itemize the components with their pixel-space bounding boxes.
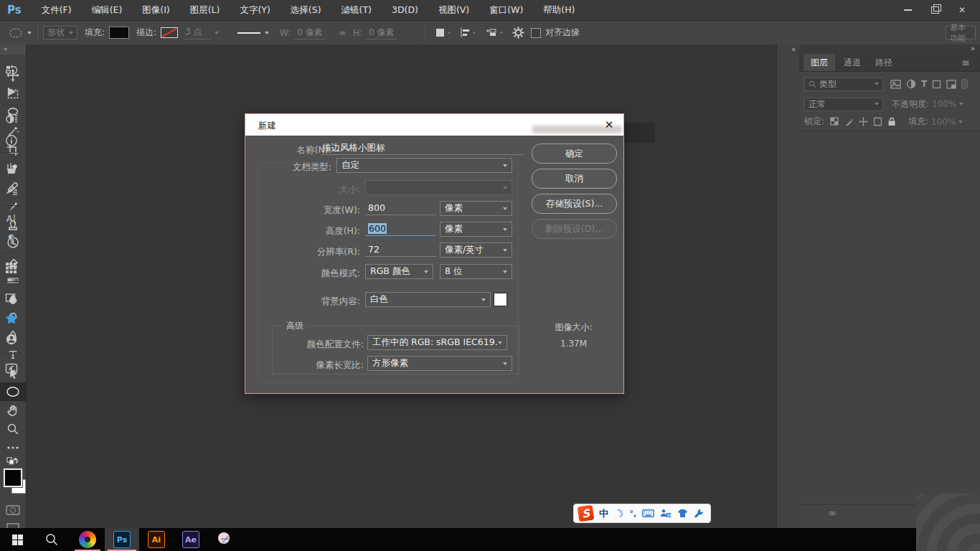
profile-dropdown[interactable]: 工作中的 RGB: sRGB IEC619... [367, 335, 507, 350]
taskbar-search-button[interactable] [34, 528, 69, 551]
stroke-width-combo[interactable]: 3 点 [184, 21, 219, 44]
collapse-panels-button[interactable]: » [799, 44, 980, 54]
align-edges-checkbox[interactable] [531, 21, 541, 44]
ime-soft-keyboard-icon[interactable] [642, 509, 654, 517]
background-color-swatch-dialog[interactable] [494, 293, 507, 306]
menu-select[interactable]: 选择(S) [281, 0, 331, 20]
filter-pixel-layers-icon[interactable] [890, 80, 901, 89]
shape-height-field[interactable]: H: 0 像素 [353, 21, 397, 44]
tab-paths[interactable]: 路径 [868, 54, 900, 71]
taskbar-snip-button[interactable]: ✂ [208, 528, 242, 551]
menu-3d[interactable]: 3D(D) [382, 0, 428, 20]
glyphs-panel-button[interactable] [0, 258, 22, 278]
start-button[interactable] [0, 528, 34, 551]
ime-settings-wrench-icon[interactable] [694, 509, 704, 519]
lock-transparency-icon[interactable] [830, 117, 839, 126]
menu-edit[interactable]: 编辑(E) [82, 0, 133, 20]
taskbar-illustrator-button[interactable]: Ai [139, 528, 174, 551]
tab-channels[interactable]: 通道 [837, 54, 868, 71]
aspect-dropdown[interactable]: 方形像素 [367, 356, 512, 371]
stroke-style-dropdown[interactable] [237, 21, 269, 44]
menu-filter[interactable]: 滤镜(T) [331, 0, 382, 20]
filter-shape-layers-icon[interactable] [932, 80, 941, 89]
ime-fullhalf-moon-icon[interactable]: ☽ [612, 506, 626, 522]
height-unit-dropdown[interactable]: 像素 [440, 222, 512, 237]
filter-kind-dropdown[interactable]: 类型 [804, 77, 883, 91]
save-preset-button[interactable]: 存储预设(S)... [532, 194, 617, 214]
resolution-input[interactable]: 72 [365, 243, 436, 257]
expand-panels-button[interactable]: « [777, 44, 799, 55]
tool-mode-dropdown[interactable]: 形状 [43, 21, 77, 44]
stroke-swatch[interactable] [161, 21, 178, 44]
paragraph-panel-button[interactable]: ¶ [0, 230, 22, 250]
menu-layer[interactable]: 图层(L) [180, 0, 230, 20]
filter-toggle[interactable] [961, 79, 968, 89]
adjustments-panel-button[interactable] [0, 109, 22, 129]
tool-preset-picker[interactable] [9, 21, 32, 44]
filter-adjustment-layers-icon[interactable] [906, 79, 916, 89]
menu-image[interactable]: 图像(I) [132, 0, 179, 20]
tool-zoom[interactable] [0, 420, 26, 438]
bit-depth-dropdown[interactable]: 8 位 [440, 264, 512, 279]
taskbar-aftereffects-button[interactable]: Ae [174, 528, 208, 551]
menu-file[interactable]: 文件(F) [32, 0, 82, 20]
blend-mode-dropdown[interactable]: 正常 [804, 98, 883, 111]
filter-type-layers-icon[interactable]: T [921, 79, 927, 89]
panel-menu-icon[interactable]: ≡ [954, 54, 977, 71]
tool-hand[interactable] [0, 401, 26, 420]
lock-position-icon[interactable] [859, 117, 868, 126]
menu-type[interactable]: 文字(Y) [230, 0, 280, 20]
sogou-logo[interactable]: S [578, 505, 595, 522]
character-panel-button[interactable]: A| [0, 208, 22, 228]
ime-skin-icon[interactable] [677, 509, 688, 518]
background-dropdown[interactable]: 白色 [365, 292, 491, 307]
lock-artboard-icon[interactable] [873, 117, 882, 126]
fill-value[interactable]: 100% [931, 117, 956, 127]
collapse-toolbar-button[interactable]: » [0, 44, 26, 55]
doc-type-dropdown[interactable]: 自定 [336, 158, 512, 173]
history-panel-button[interactable] [0, 60, 22, 80]
restore-button[interactable] [921, 0, 948, 20]
menu-help[interactable]: 帮助(H) [533, 0, 585, 20]
brush-settings-panel-button[interactable] [0, 181, 22, 201]
fill-swatch[interactable] [109, 21, 129, 44]
extensions-panel-button[interactable] [0, 359, 22, 379]
dialog-title-bar[interactable]: 新建 ✕ [245, 114, 623, 136]
brush-presets-panel-button[interactable] [0, 159, 22, 179]
lock-pixels-icon[interactable] [844, 117, 854, 126]
color-mode-dropdown[interactable]: RGB 颜色 [365, 264, 433, 279]
height-input[interactable]: 600 [365, 222, 436, 236]
geometry-options-button[interactable] [512, 21, 524, 44]
ime-language-mode[interactable]: 中 [599, 507, 608, 520]
resolution-unit-dropdown[interactable]: 像素/英寸 [440, 242, 512, 258]
path-arrangement-button[interactable] [485, 21, 504, 44]
swap-colors-button[interactable] [0, 455, 26, 468]
path-operations-button[interactable] [435, 21, 451, 44]
ime-login-icon[interactable]: 24 [660, 509, 672, 518]
path-alignment-button[interactable] [459, 21, 476, 44]
link-dimensions-icon[interactable]: ∞ [339, 21, 347, 44]
name-input[interactable]: 描边风格小图标 [321, 141, 523, 155]
styles-panel-button[interactable] [0, 288, 22, 309]
tab-layers[interactable]: 图层 [804, 54, 835, 71]
cancel-button[interactable]: 取消 [532, 169, 617, 189]
lock-all-icon[interactable] [887, 117, 896, 126]
opacity-value[interactable]: 100% [932, 99, 956, 109]
ok-button[interactable]: 确定 [532, 143, 617, 164]
actions-panel-button[interactable] [0, 82, 22, 102]
ime-punctuation-icon[interactable]: °, [629, 509, 636, 518]
quick-mask-button[interactable] [0, 501, 26, 519]
filter-smart-objects-icon[interactable] [946, 80, 956, 89]
info-panel-button[interactable] [0, 131, 22, 151]
foreground-color-swatch[interactable] [4, 468, 22, 487]
width-input[interactable]: 800 [365, 202, 436, 215]
stock-panel-button[interactable] [0, 329, 22, 349]
close-button[interactable]: ✕ [948, 0, 976, 20]
link-layers-icon[interactable]: ∞ [828, 507, 837, 519]
tool-ellipse[interactable] [0, 382, 26, 401]
dialog-close-button[interactable]: ✕ [600, 117, 618, 133]
shape-width-field[interactable]: W: 0 像素 [280, 21, 326, 44]
libraries-panel-button[interactable] [0, 309, 22, 329]
workspace-switcher[interactable]: 基本功能 [946, 21, 976, 44]
menu-view[interactable]: 视图(V) [428, 0, 479, 20]
